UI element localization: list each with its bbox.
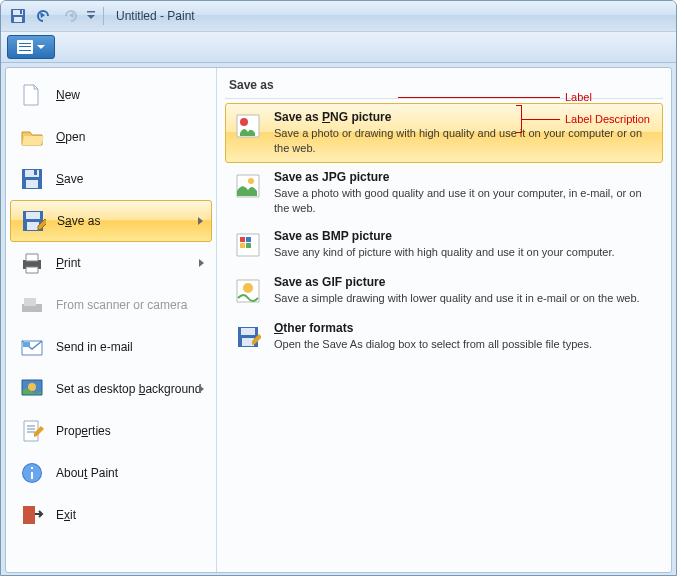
open-icon [18,123,46,151]
jpg-icon [232,170,264,202]
saveas-icon [19,207,47,235]
option-description: Save a simple drawing with lower quality… [274,291,656,306]
props-icon [18,417,46,445]
submenu-arrow-icon [199,259,204,267]
print-icon [18,249,46,277]
svg-rect-12 [27,222,39,230]
redo-icon[interactable] [59,5,81,27]
menu-item-save-as[interactable]: Save as [10,200,212,242]
option-description: Save a photo with good quality and use i… [274,186,656,216]
bmp-icon [232,229,264,261]
svg-rect-8 [26,180,38,188]
svg-rect-5 [24,85,38,105]
ribbon-tab-strip [1,31,676,63]
option-description: Save a photo or drawing with high qualit… [274,126,656,156]
annotation-line [522,119,560,120]
paint-window: Untitled - Paint NewOpenSaveSave asPrint… [0,0,677,576]
svg-rect-14 [26,254,38,261]
quick-access-toolbar [7,5,106,27]
application-menu-panel: NewOpenSaveSave asPrintFrom scanner or c… [5,67,672,573]
new-icon [18,81,46,109]
window-title: Untitled - Paint [116,9,195,23]
svg-rect-31 [240,237,245,242]
svg-point-36 [243,283,253,293]
annotation-label: Label [565,91,592,103]
other-icon [232,321,264,353]
svg-rect-9 [34,170,37,175]
menu-item-set-as-desktop-background[interactable]: Set as desktop background [10,368,212,410]
saveas-header: Save as [225,74,663,99]
menu-item-open[interactable]: Open [10,116,212,158]
menu-item-label: Open [56,130,85,144]
exit-icon [18,501,46,529]
option-title: Save as BMP picture [274,229,656,243]
menu-item-label: About Paint [56,466,118,480]
svg-rect-25 [23,506,35,524]
saveas-option-png[interactable]: Save as PNG pictureSave a photo or drawi… [225,103,663,163]
menu-item-label: New [56,88,80,102]
menu-icon [17,40,33,54]
svg-point-27 [240,118,248,126]
svg-rect-2 [14,17,22,22]
saveas-option-bmp[interactable]: Save as BMP pictureSave any kind of pict… [225,222,663,268]
svg-point-29 [248,178,254,184]
undo-icon[interactable] [33,5,55,27]
svg-rect-17 [24,298,36,306]
application-menu-button[interactable] [7,35,55,59]
menu-item-exit[interactable]: Exit [10,494,212,536]
option-title: Save as JPG picture [274,170,656,184]
option-title: Other formats [274,321,656,335]
save-icon[interactable] [7,5,29,27]
saveas-option-other[interactable]: Other formatsOpen the Save As dialog box… [225,314,663,360]
submenu-arrow-icon [199,385,204,393]
submenu-arrow-icon [198,217,203,225]
svg-rect-3 [20,10,22,14]
png-icon [232,110,264,142]
menu-item-new[interactable]: New [10,74,212,116]
option-title: Save as GIF picture [274,275,656,289]
menu-item-label: From scanner or camera [56,298,187,312]
svg-rect-33 [240,243,245,248]
saveas-option-gif[interactable]: Save as GIF pictureSave a simple drawing… [225,268,663,314]
svg-rect-38 [241,328,255,335]
save-icon [18,165,46,193]
menu-item-label: Set as desktop background [56,382,201,396]
svg-rect-15 [26,267,38,273]
menu-list: NewOpenSaveSave asPrintFrom scanner or c… [6,68,217,572]
menu-item-label: Properties [56,424,111,438]
menu-item-about-paint[interactable]: About Paint [10,452,212,494]
menu-item-label: Save [56,172,83,186]
about-icon [18,459,46,487]
annotation-label-description: Label Description [565,113,650,125]
option-description: Open the Save As dialog box to select fr… [274,337,656,352]
menu-item-label: Print [56,256,81,270]
svg-rect-4 [87,11,95,13]
saveas-pane: Save as Save as PNG pictureSave a photo … [217,68,671,572]
titlebar: Untitled - Paint [1,1,676,31]
scanner-icon [18,291,46,319]
menu-item-label: Send in e-mail [56,340,133,354]
menu-item-properties[interactable]: Properties [10,410,212,452]
menu-item-label: Save as [57,214,100,228]
menu-item-from-scanner-or-camera: From scanner or camera [10,284,212,326]
gif-icon [232,275,264,307]
menu-item-save[interactable]: Save [10,158,212,200]
svg-rect-32 [246,237,251,242]
svg-rect-11 [26,212,40,219]
option-description: Save any kind of picture with high quali… [274,245,656,260]
email-icon [18,333,46,361]
svg-rect-22 [24,421,38,441]
desktop-icon [18,375,46,403]
separator [103,7,104,25]
menu-item-print[interactable]: Print [10,242,212,284]
saveas-option-jpg[interactable]: Save as JPG pictureSave a photo with goo… [225,163,663,223]
qat-customize-icon[interactable] [85,5,97,27]
chevron-down-icon [37,45,45,49]
menu-item-label: Exit [56,508,76,522]
svg-rect-19 [23,342,30,347]
svg-rect-34 [246,243,251,248]
menu-item-send-in-e-mail[interactable]: Send in e-mail [10,326,212,368]
annotation-line [398,97,560,98]
